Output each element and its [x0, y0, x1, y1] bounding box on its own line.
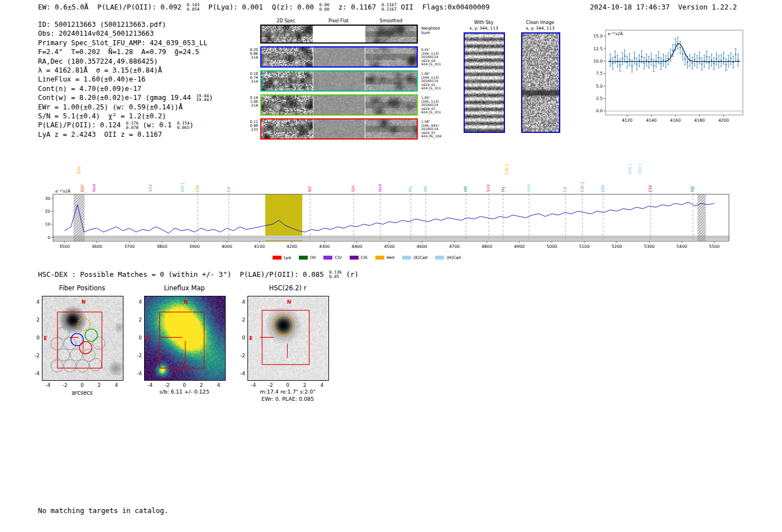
redshift-classification: OII [397, 3, 413, 11]
info-text: LineFlux = 1.60(±0.40)e-16 [38, 75, 146, 84]
legend-item: CIV [323, 255, 342, 260]
emission-line-label: Hβ [690, 186, 695, 192]
x-tick-label: 4900 [514, 244, 524, 249]
y-tick-label: 0.0 [596, 108, 603, 113]
footer-notes: No matching targets in catalog. Row inte… [38, 488, 168, 532]
x-tick-label: 4120 [622, 118, 632, 123]
plya-stat: P(Lyα): 0.001 [208, 3, 263, 11]
lower-bound: 19.44 [196, 98, 209, 102]
spec2d-row [260, 94, 418, 116]
y-tick-label: 0 [27, 335, 40, 341]
uncertainty-range: 0.1360.05 [329, 270, 342, 279]
spectrum-legend: LyαOIICIVCIIIHeII(K)CaII(H)CaII [273, 255, 461, 260]
fiber-weight-label: 0.200.86214 [246, 48, 258, 60]
lower-bound: 0.078 [126, 126, 139, 130]
y-tick-label: 10.0 [593, 59, 603, 64]
emission-line-label: NV [307, 185, 312, 192]
ew-value: EW: 0.6±5.0Å [38, 3, 88, 11]
legend-label: (H)CaII [446, 255, 461, 260]
legend-swatch [299, 256, 308, 260]
spec2d-row [260, 25, 418, 44]
info-text: F=2.4" T=0.202 N̄=1.28 A=0.79 ḡ=24.5 [38, 47, 199, 56]
lower-bound: 0.05 [329, 275, 342, 279]
timestamp-version: 2024-10-18 17:46:37 Version 1.22.2 [590, 3, 737, 11]
emission-line-label: HeII [378, 184, 383, 192]
qz-stat: Q(z): 0.00 0.000.00 [272, 3, 330, 11]
emission-line-label: Hδ [423, 186, 428, 192]
spec2d-strip-canvas [261, 47, 313, 66]
info-text: ) [189, 121, 193, 130]
smoothed-strip-canvas [365, 95, 417, 114]
emission-line-label: OVI [80, 185, 85, 192]
redshift-stat: z: 0.1167 0.11670.1167 OII [338, 3, 413, 11]
info-line: S/N = 5.1(±0.4) χ² = 1.2(±0.2) [38, 112, 213, 121]
full-spectrum-plot: SiIVOVIHeIISiIVOII {CIVCIINVSIIIHeIIHγHδ… [31, 150, 751, 256]
hsc-band-text: (r) [342, 270, 359, 279]
selected-line-band [265, 194, 302, 241]
emission-line-label: Hγ [408, 186, 413, 192]
y-tick-label: 4 [27, 299, 40, 305]
legend-label: CIV [335, 255, 342, 260]
y-tick-label: 2 [233, 317, 245, 323]
emission-line-label: OIII { [627, 163, 632, 174]
hsc-matches-text: HSC-DEX : Possible Matches = 0 (within +… [38, 270, 328, 279]
info-line: Primary Spec_Slot_IFU_AMP: 424_039_053_L… [38, 39, 213, 47]
x-tick-label: 4600 [417, 244, 427, 249]
x-tick-label: 5400 [676, 244, 687, 249]
uncertainty-range: 0.1760.078 [126, 121, 139, 130]
x-tick-label: 4700 [449, 244, 460, 249]
uncertainty-range: 0.1430.054 [187, 3, 199, 11]
uncertainty-range: 0.000.00 [320, 3, 330, 11]
legend-label: HeII [387, 255, 395, 260]
hsc-dex-header: HSC-DEX : Possible Matches = 0 (within +… [38, 270, 359, 279]
x-tick-label: 4200 [287, 244, 297, 249]
x-tick-label: 3500 [59, 244, 70, 249]
fiber-annotation: 1.58"(346, 941)20240114v024_07424_RL_104 [421, 120, 456, 138]
emission-line-label: Hδ [463, 186, 468, 192]
info-text: P(LAE)/P(OII): 0.124 [38, 121, 125, 130]
spec2d-strip-canvas [261, 71, 313, 90]
info-line: P(LAE)/P(OII): 0.124 0.1760.078 (w: 0.1 … [38, 121, 213, 130]
info-line: RA,Dec (180.357224,49.886425) [38, 57, 213, 66]
info-text: ) [209, 93, 213, 102]
emission-line-label: SiIV [486, 184, 491, 192]
legend-swatch [375, 256, 384, 260]
y-tick-label: 2.5 [596, 96, 603, 101]
x-tick-label: 4200 [718, 118, 729, 123]
spec2d-row [260, 46, 418, 68]
info-line: LyA z = 2.4243 OII z = 0.1167 [38, 130, 213, 139]
legend-item: HeII [375, 255, 395, 260]
legend-label: (K)CaII [413, 255, 427, 260]
emission-line-label: CIII { [580, 181, 585, 192]
col-header-smoothed: Smoothed [365, 18, 417, 23]
panel-title: HSC(26.2) r [247, 284, 328, 292]
info-text: Obs: 20240114v024_5001213663 [38, 29, 154, 38]
fiber-annotation: 1.05"(345, 113)20240114v024_07424_LL_011 [421, 96, 456, 114]
info-line: Cont(w) = 8.20(±0.02)e-17 (gmag 19.44 19… [38, 93, 213, 102]
legend-swatch [273, 256, 282, 260]
y-tick-label: 12.5 [593, 46, 603, 51]
legend-item: CIII [350, 255, 368, 260]
info-text: Primary Spec_Slot_IFU_AMP: 424_039_053_L… [38, 39, 208, 47]
info-line: EWr = 1.00(±0.25) (w: 0.59(±0.14))Å [38, 103, 213, 112]
uncertainty-range: 0.1540.065 [177, 121, 190, 130]
emission-line-label: SiIV [77, 166, 82, 174]
smoothed-strip-canvas [365, 71, 417, 90]
y-tick-label: 7.5 [596, 71, 603, 76]
fiber-weight-label: 0.180.74214 [246, 72, 258, 84]
panel-title: Lineflux Map [144, 284, 225, 292]
x-tick-label: 4180 [694, 118, 705, 123]
stat-text: P(LAE)/P(OII): 0.092 [97, 3, 185, 11]
info-line: ID: 5001213663 (5001213663.pdf) [38, 20, 213, 29]
x-tick-label: 4300 [319, 244, 330, 249]
fiber-annotation: WeightedSum [421, 26, 456, 35]
x-tick-label: 4 [213, 382, 224, 388]
clean-image-cutout [521, 32, 560, 133]
lower-bound: 0.1167 [382, 7, 397, 12]
with-sky-cutout-image [464, 32, 505, 133]
stat-text: z: 0.1167 [338, 3, 380, 11]
lower-bound: 0.065 [177, 126, 190, 130]
emission-line-label: CIII { [504, 164, 509, 174]
ew-stat: EW: 0.6±5.0Å [38, 3, 88, 11]
spec2d-strip-canvas [261, 95, 313, 114]
